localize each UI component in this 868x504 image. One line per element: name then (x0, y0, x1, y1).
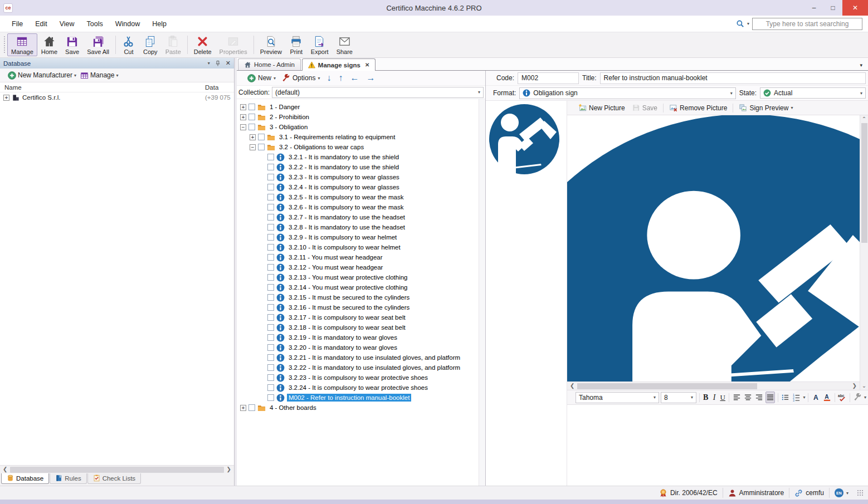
tree-expander[interactable]: − (250, 144, 256, 150)
tree-checkbox[interactable] (258, 144, 265, 150)
status-user-role[interactable]: Amministratore (723, 488, 789, 498)
menu-window[interactable]: Window (109, 18, 146, 30)
status-directive[interactable]: Dir. 2006/42/EC (654, 488, 723, 498)
scroll-down-icon[interactable]: ⌄ (860, 383, 868, 389)
tree-item-label[interactable]: 3.1 - Requirements relating to equipment (277, 133, 397, 141)
tree-expander[interactable]: + (240, 114, 246, 120)
tree-checkbox[interactable] (267, 234, 274, 241)
tree-item-label[interactable]: 3.2.11 - You must wear headgear (287, 253, 384, 261)
tab-close-icon[interactable]: ✕ (365, 62, 369, 68)
tree-item[interactable]: 3.2.6 - It is compulsory to wear the mas… (237, 202, 479, 212)
panel-close-icon[interactable]: ✕ (226, 60, 231, 67)
menu-help[interactable]: Help (146, 18, 173, 30)
menu-view[interactable]: View (53, 18, 81, 30)
pin-icon[interactable] (214, 60, 221, 67)
tree-checkbox[interactable] (248, 124, 255, 130)
tree-checkbox[interactable] (267, 294, 274, 301)
toolbar-button-cut[interactable]: Cut (118, 33, 139, 56)
tree-item[interactable]: 3.2.22 - It is mandatory to use insulate… (237, 363, 479, 373)
tree-item-label[interactable]: 3.2.4 - It is compulsory to wear glasses (287, 183, 401, 191)
tree-checkbox[interactable] (267, 284, 274, 291)
toolbar-button-home[interactable]: Home (37, 33, 61, 56)
tree-checkbox[interactable] (267, 274, 274, 281)
code-field[interactable]: M002 (518, 72, 579, 84)
tree-item-label[interactable]: 3.2.23 - It is compulsory to wear protec… (287, 374, 430, 381)
tab-home-admin[interactable]: Home - Admin (238, 58, 301, 70)
tree-checkbox[interactable] (267, 204, 274, 211)
tree-expander[interactable]: + (250, 134, 256, 140)
panel-menu-caret[interactable]: ▾ (208, 61, 210, 66)
align-center-button[interactable] (743, 392, 753, 403)
tree-item-label[interactable]: 3.2.24 - It is compulsory to wear protec… (287, 384, 430, 392)
column-header-name[interactable]: Name (0, 84, 205, 91)
bold-button[interactable]: B (703, 392, 709, 403)
hscroll-thumb[interactable] (10, 467, 223, 473)
tree-item[interactable]: 3.2.7 - It is mandatory to use the heads… (237, 212, 479, 222)
tree-item[interactable]: 3.2.11 - You must wear headgear (237, 252, 479, 262)
tab-database[interactable]: Database (1, 473, 49, 484)
underline-button[interactable]: U (719, 392, 726, 403)
tab-manage-signs[interactable]: Manage signs✕ (302, 58, 376, 71)
tree-item[interactable]: 3.2.10 - It is compulsory to wear helmet (237, 242, 479, 252)
tree-item[interactable]: M002 - Refer to instruction manual-bookl… (237, 393, 479, 403)
tree-item[interactable]: 3.2.23 - It is compulsory to wear protec… (237, 373, 479, 383)
font-color-button[interactable]: A (822, 392, 832, 403)
font-button[interactable]: A (811, 392, 821, 403)
toolbar-button-print[interactable]: Print (286, 33, 307, 56)
tree-item[interactable]: +4 - Other boards (237, 403, 479, 413)
tree-item[interactable]: 3.2.14 - You must wear protective clothi… (237, 282, 479, 292)
menu-edit[interactable]: Edit (29, 18, 53, 30)
move-up-icon[interactable]: ↑ (336, 73, 345, 83)
manage-caret[interactable]: ▾ (116, 73, 118, 78)
tree-item[interactable]: −3 - Obligation (237, 122, 479, 132)
tree-item-label[interactable]: 3.2.6 - It is compulsory to wear the mas… (287, 203, 405, 211)
tree-item-label[interactable]: 3.2.7 - It is mandatory to use the heads… (287, 213, 407, 221)
toolbar-button-save-all[interactable]: Save All (83, 33, 113, 56)
minimize-button[interactable]: – (804, 0, 823, 16)
search-input[interactable] (752, 18, 862, 30)
tree-checkbox[interactable] (248, 114, 255, 120)
tree-item[interactable]: +2 - Prohibition (237, 112, 479, 122)
sign-preview-canvas[interactable] (567, 115, 860, 381)
tree-item-label[interactable]: 3.2.21 - It is mandatory to use insulate… (287, 354, 462, 361)
tree-item[interactable]: −3.2 - Obligations to wear caps (237, 142, 479, 152)
tree-item[interactable]: +1 - Danger (237, 102, 479, 112)
tree-item[interactable]: 3.2.15 - It must be secured to the cylin… (237, 292, 479, 302)
tree-item[interactable]: 3.2.8 - It is mandatory to use the heads… (237, 222, 479, 232)
tree-item-label[interactable]: 3.2.2 - It is mandatory to use the shiel… (287, 163, 401, 171)
tab-list-caret[interactable]: ▾ (860, 62, 867, 70)
status-account[interactable]: cemfu (789, 488, 829, 498)
align-justify-button[interactable] (765, 392, 775, 403)
tree-item-label[interactable]: 3.2.14 - You must wear protective clothi… (287, 283, 409, 291)
tree-item-label[interactable]: M002 - Refer to instruction manual-bookl… (287, 394, 411, 402)
close-button[interactable]: ✕ (842, 0, 868, 16)
menu-tools[interactable]: Tools (81, 18, 109, 30)
description-editor[interactable] (567, 405, 868, 486)
format-dropdown[interactable]: Obligation sign ▾ (519, 87, 735, 99)
options-button[interactable]: Options ▾ (280, 73, 321, 84)
tree-item-label[interactable]: 3.2.13 - You must wear protective clothi… (287, 273, 409, 281)
tree-item-label[interactable]: 3.2 - Obligations to wear caps (277, 143, 365, 151)
tree-item[interactable]: 3.2.13 - You must wear protective clothi… (237, 272, 479, 282)
tree-item[interactable]: 3.2.5 - It is compulsory to wear the mas… (237, 192, 479, 202)
tree-item[interactable]: 3.2.16 - It must be secured to the cylin… (237, 302, 479, 312)
toolbar-button-export[interactable]: Export (307, 33, 333, 56)
menu-file[interactable]: File (6, 18, 29, 30)
tree-item-label[interactable]: 2 - Prohibition (268, 113, 311, 121)
tree-item[interactable]: 3.2.17 - It is compulsory to wear seat b… (237, 312, 479, 322)
preview-vscrollbar[interactable]: ⌃ ⌄ (860, 115, 868, 390)
tab-rules[interactable]: Rules (50, 473, 86, 484)
tree-item-label[interactable]: 3.2.22 - It is mandatory to use insulate… (287, 364, 462, 371)
state-dropdown[interactable]: Actual ▾ (760, 87, 866, 99)
row-expander[interactable]: + (3, 95, 9, 101)
maximize-button[interactable]: □ (823, 0, 842, 16)
resize-grip[interactable] (857, 490, 864, 496)
tree-checkbox[interactable] (267, 194, 274, 200)
column-header-data[interactable]: Data (205, 84, 234, 91)
align-left-button[interactable] (732, 392, 742, 403)
sign-preview-button[interactable]: Sign Preview ▾ (737, 102, 795, 113)
new-picture-button[interactable]: New Picture (576, 102, 627, 113)
spell-check-button[interactable]: abc (837, 392, 847, 403)
editor-settings-caret[interactable]: ▾ (864, 395, 866, 400)
database-hscrollbar[interactable]: ❮ ❯ (0, 465, 234, 473)
